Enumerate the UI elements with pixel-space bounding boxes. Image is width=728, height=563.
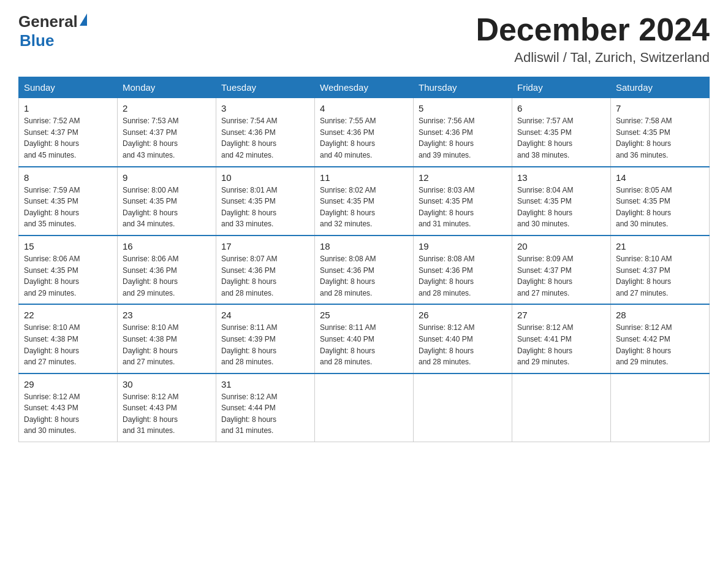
day-info: Sunrise: 7:59 AMSunset: 4:35 PMDaylight:… (24, 186, 80, 229)
header-tuesday: Tuesday (216, 77, 315, 98)
day-number: 5 (419, 103, 507, 113)
table-row: 4 Sunrise: 7:55 AMSunset: 4:36 PMDayligh… (315, 98, 414, 167)
table-row (315, 373, 414, 442)
calendar-week-row: 8 Sunrise: 7:59 AMSunset: 4:35 PMDayligh… (19, 167, 710, 236)
calendar-table: Sunday Monday Tuesday Wednesday Thursday… (18, 77, 710, 442)
logo-triangle-icon (80, 13, 87, 26)
table-row: 13 Sunrise: 8:04 AMSunset: 4:35 PMDaylig… (512, 167, 611, 236)
day-number: 26 (419, 310, 507, 320)
day-number: 28 (616, 310, 704, 320)
day-number: 12 (419, 172, 507, 183)
table-row (512, 373, 611, 442)
day-number: 20 (517, 241, 605, 251)
day-number: 15 (24, 241, 112, 251)
table-row: 10 Sunrise: 8:01 AMSunset: 4:35 PMDaylig… (216, 167, 315, 236)
day-number: 1 (24, 103, 112, 113)
logo-blue-text: Blue (18, 31, 87, 50)
day-info: Sunrise: 7:57 AMSunset: 4:35 PMDaylight:… (517, 117, 573, 159)
calendar-week-row: 22 Sunrise: 8:10 AMSunset: 4:38 PMDaylig… (19, 304, 710, 373)
day-info: Sunrise: 7:54 AMSunset: 4:36 PMDaylight:… (221, 117, 277, 159)
calendar-week-row: 1 Sunrise: 7:52 AMSunset: 4:37 PMDayligh… (19, 98, 710, 167)
table-row: 18 Sunrise: 8:08 AMSunset: 4:36 PMDaylig… (315, 236, 414, 304)
day-info: Sunrise: 8:12 AMSunset: 4:41 PMDaylight:… (517, 323, 573, 366)
table-row: 17 Sunrise: 8:07 AMSunset: 4:36 PMDaylig… (216, 236, 315, 304)
day-number: 14 (616, 172, 704, 183)
header-monday: Monday (118, 77, 216, 98)
day-info: Sunrise: 8:08 AMSunset: 4:36 PMDaylight:… (419, 255, 474, 297)
day-number: 18 (320, 241, 408, 251)
day-number: 6 (517, 103, 605, 113)
day-info: Sunrise: 8:09 AMSunset: 4:37 PMDaylight:… (517, 255, 573, 297)
logo-general-text: General (18, 12, 78, 31)
day-number: 17 (221, 241, 309, 251)
day-info: Sunrise: 8:10 AMSunset: 4:38 PMDaylight:… (24, 323, 80, 366)
calendar-header-row: Sunday Monday Tuesday Wednesday Thursday… (19, 77, 710, 98)
day-info: Sunrise: 7:52 AMSunset: 4:37 PMDaylight:… (24, 117, 80, 159)
day-number: 25 (320, 310, 408, 320)
day-info: Sunrise: 8:10 AMSunset: 4:37 PMDaylight:… (616, 255, 672, 297)
day-number: 11 (320, 172, 408, 183)
day-number: 27 (517, 310, 605, 320)
day-info: Sunrise: 7:56 AMSunset: 4:36 PMDaylight:… (419, 117, 474, 159)
day-number: 10 (221, 172, 309, 183)
day-number: 31 (221, 379, 309, 389)
table-row: 11 Sunrise: 8:02 AMSunset: 4:35 PMDaylig… (315, 167, 414, 236)
header-sunday: Sunday (19, 77, 118, 98)
logo: General Blue (18, 12, 87, 50)
table-row: 2 Sunrise: 7:53 AMSunset: 4:37 PMDayligh… (118, 98, 216, 167)
table-row: 20 Sunrise: 8:09 AMSunset: 4:37 PMDaylig… (512, 236, 611, 304)
table-row: 15 Sunrise: 8:06 AMSunset: 4:35 PMDaylig… (19, 236, 118, 304)
day-info: Sunrise: 8:12 AMSunset: 4:44 PMDaylight:… (221, 393, 277, 435)
day-info: Sunrise: 8:04 AMSunset: 4:35 PMDaylight:… (517, 186, 573, 229)
day-info: Sunrise: 8:11 AMSunset: 4:39 PMDaylight:… (221, 323, 277, 366)
day-number: 2 (123, 103, 211, 113)
day-info: Sunrise: 8:08 AMSunset: 4:36 PMDaylight:… (320, 255, 376, 297)
table-row: 3 Sunrise: 7:54 AMSunset: 4:36 PMDayligh… (216, 98, 315, 167)
day-number: 19 (419, 241, 507, 251)
day-number: 7 (616, 103, 704, 113)
day-info: Sunrise: 8:11 AMSunset: 4:40 PMDaylight:… (320, 323, 376, 366)
calendar-title: December 2024 (476, 12, 710, 47)
title-section: December 2024 Adliswil / Tal, Zurich, Sw… (476, 12, 710, 66)
day-info: Sunrise: 8:12 AMSunset: 4:42 PMDaylight:… (616, 323, 672, 366)
header-saturday: Saturday (611, 77, 710, 98)
day-number: 4 (320, 103, 408, 113)
table-row: 23 Sunrise: 8:10 AMSunset: 4:38 PMDaylig… (118, 304, 216, 373)
day-info: Sunrise: 7:55 AMSunset: 4:36 PMDaylight:… (320, 117, 376, 159)
day-number: 22 (24, 310, 112, 320)
table-row: 1 Sunrise: 7:52 AMSunset: 4:37 PMDayligh… (19, 98, 118, 167)
calendar-week-row: 29 Sunrise: 8:12 AMSunset: 4:43 PMDaylig… (19, 373, 710, 442)
table-row: 25 Sunrise: 8:11 AMSunset: 4:40 PMDaylig… (315, 304, 414, 373)
day-number: 29 (24, 379, 112, 389)
header-friday: Friday (512, 77, 611, 98)
day-info: Sunrise: 8:12 AMSunset: 4:43 PMDaylight:… (123, 393, 178, 435)
table-row: 26 Sunrise: 8:12 AMSunset: 4:40 PMDaylig… (414, 304, 512, 373)
day-number: 21 (616, 241, 704, 251)
table-row: 19 Sunrise: 8:08 AMSunset: 4:36 PMDaylig… (414, 236, 512, 304)
table-row: 9 Sunrise: 8:00 AMSunset: 4:35 PMDayligh… (118, 167, 216, 236)
day-info: Sunrise: 7:53 AMSunset: 4:37 PMDaylight:… (123, 117, 178, 159)
day-info: Sunrise: 8:00 AMSunset: 4:35 PMDaylight:… (123, 186, 178, 229)
table-row: 31 Sunrise: 8:12 AMSunset: 4:44 PMDaylig… (216, 373, 315, 442)
day-info: Sunrise: 8:05 AMSunset: 4:35 PMDaylight:… (616, 186, 672, 229)
day-info: Sunrise: 7:58 AMSunset: 4:35 PMDaylight:… (616, 117, 672, 159)
table-row: 30 Sunrise: 8:12 AMSunset: 4:43 PMDaylig… (118, 373, 216, 442)
header-thursday: Thursday (414, 77, 512, 98)
calendar-subtitle: Adliswil / Tal, Zurich, Switzerland (476, 50, 710, 66)
table-row: 29 Sunrise: 8:12 AMSunset: 4:43 PMDaylig… (19, 373, 118, 442)
day-info: Sunrise: 8:02 AMSunset: 4:35 PMDaylight:… (320, 186, 376, 229)
table-row: 28 Sunrise: 8:12 AMSunset: 4:42 PMDaylig… (611, 304, 710, 373)
day-number: 16 (123, 241, 211, 251)
day-number: 30 (123, 379, 211, 389)
day-number: 3 (221, 103, 309, 113)
table-row: 16 Sunrise: 8:06 AMSunset: 4:36 PMDaylig… (118, 236, 216, 304)
table-row: 7 Sunrise: 7:58 AMSunset: 4:35 PMDayligh… (611, 98, 710, 167)
day-info: Sunrise: 8:10 AMSunset: 4:38 PMDaylight:… (123, 323, 178, 366)
day-info: Sunrise: 8:06 AMSunset: 4:36 PMDaylight:… (123, 255, 178, 297)
day-number: 23 (123, 310, 211, 320)
day-number: 24 (221, 310, 309, 320)
day-number: 8 (24, 172, 112, 183)
day-number: 9 (123, 172, 211, 183)
table-row (611, 373, 710, 442)
table-row: 6 Sunrise: 7:57 AMSunset: 4:35 PMDayligh… (512, 98, 611, 167)
